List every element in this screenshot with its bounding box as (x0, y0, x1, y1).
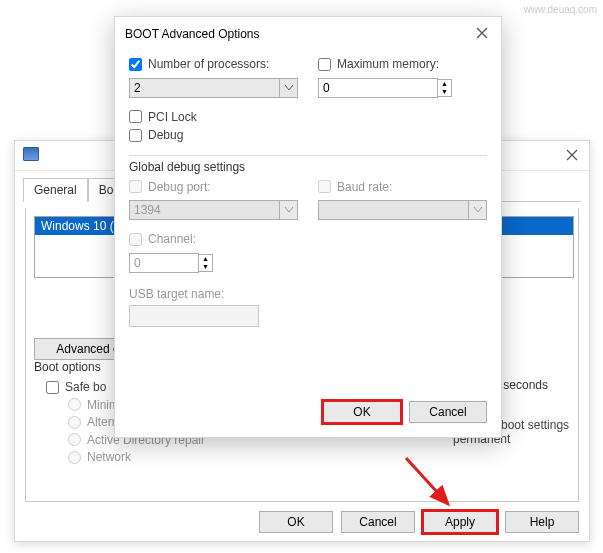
baud-rate-select (318, 200, 487, 220)
pci-lock-checkbox[interactable]: PCI Lock (129, 110, 197, 124)
baud-rate-checkbox: Baud rate: (318, 180, 392, 194)
apply-button[interactable]: Apply (423, 511, 497, 533)
usb-target-label: USB target name: (129, 287, 487, 301)
close-icon[interactable] (563, 149, 581, 163)
close-icon[interactable] (473, 27, 491, 41)
debug-port-select: 1394 (129, 200, 298, 220)
ok-button[interactable]: OK (259, 511, 333, 533)
channel-spinner: ▲▼ (129, 253, 289, 273)
tab-general[interactable]: General (23, 178, 88, 202)
boot-options-label: Boot options (34, 360, 101, 374)
num-processors-checkbox[interactable]: Number of processors: (129, 57, 269, 71)
help-button[interactable]: Help (505, 511, 579, 533)
max-memory-checkbox[interactable]: Maximum memory: (318, 57, 439, 71)
radio-minimal: Minim (68, 398, 119, 412)
watermark: www.deuaq.com (524, 4, 597, 15)
max-memory-spinner[interactable]: ▲▼ (318, 78, 487, 98)
chevron-down-icon[interactable] (280, 78, 298, 98)
titlebar-front[interactable]: BOOT Advanced Options (115, 17, 501, 47)
cancel-button[interactable]: Cancel (341, 511, 415, 533)
max-memory-input[interactable] (318, 78, 438, 98)
dialog-title: BOOT Advanced Options (125, 27, 260, 41)
chevron-down-icon (280, 200, 298, 220)
usb-target-input (129, 305, 259, 327)
safe-boot-label: Safe bo (65, 380, 106, 394)
dialog-boot-advanced-options: BOOT Advanced Options Number of processo… (114, 16, 502, 438)
timeout-unit: seconds (503, 378, 548, 392)
chevron-down-icon (469, 200, 487, 220)
radio-network: Network (68, 450, 131, 464)
group-global-debug: Global debug settings (129, 160, 487, 174)
channel-checkbox: Channel: (129, 232, 196, 246)
app-icon (23, 147, 39, 161)
safe-boot-checkbox[interactable]: Safe bo (46, 380, 106, 394)
debug-port-checkbox: Debug port: (129, 180, 211, 194)
num-processors-select[interactable]: 2 (129, 78, 298, 98)
channel-input (129, 253, 199, 273)
cancel-button[interactable]: Cancel (409, 401, 487, 423)
ok-button[interactable]: OK (323, 401, 401, 423)
debug-checkbox[interactable]: Debug (129, 128, 183, 142)
